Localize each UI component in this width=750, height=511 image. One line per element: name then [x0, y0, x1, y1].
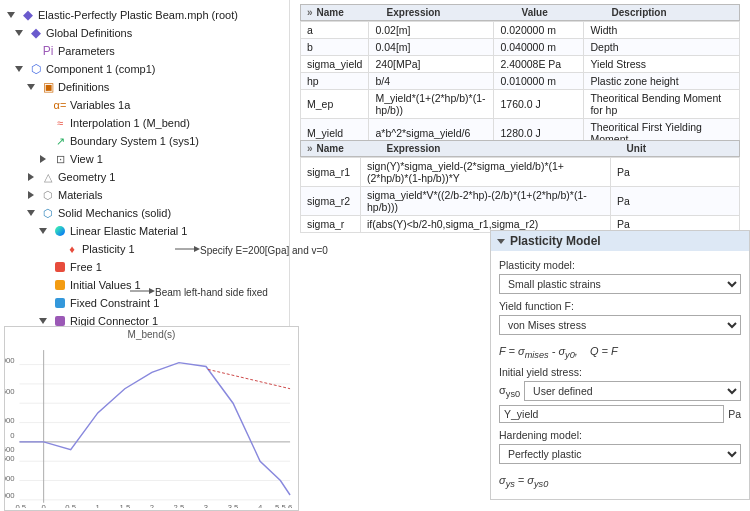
params-cell: sigma_yield [301, 56, 369, 73]
plasticity-model-select[interactable]: Small plastic strains [499, 274, 741, 294]
yield-input-field[interactable] [499, 405, 724, 423]
var-icon: α= [53, 98, 67, 112]
fixed-icon [53, 296, 67, 310]
params-cell: 2.40008E Pa [494, 56, 584, 73]
tree-free1[interactable]: Free 1 [4, 258, 285, 276]
hardening-select[interactable]: Perfectly plastic [499, 444, 741, 464]
tree-root[interactable]: ◆ Elastic-Perfectly Plastic Beam.mph (ro… [4, 6, 285, 24]
params-cell: 0.020000 m [494, 22, 584, 39]
m-bend-curve [19, 363, 290, 495]
params-table-section: » Name Expression Value Description a0.0… [300, 4, 740, 148]
tree-parameters[interactable]: Pi Parameters [4, 42, 285, 60]
yield-function-label: Yield function F: [499, 300, 741, 312]
tree-root-label: Elastic-Perfectly Plastic Beam.mph (root… [38, 7, 238, 23]
tree-materials[interactable]: ⬡ Materials [4, 186, 285, 204]
annot-specify-e: Specify E=200[Gpa] and v=0 [200, 245, 328, 256]
tree-comp1[interactable]: ⬡ Component 1 (comp1) [4, 60, 285, 78]
params-row: sigma_yield240[MPa]2.40008E PaYield Stre… [301, 56, 740, 73]
expr-row: sigma_r2sigma_yield*V*((2/b-2*hp)-(2/b)*… [301, 187, 740, 216]
yield-stress-select[interactable]: User defined [524, 381, 741, 401]
plast-spacer [48, 242, 62, 256]
yield-stress-row: σys0 User defined [499, 381, 741, 401]
params-cell: hp [301, 73, 369, 90]
expand-icon [39, 228, 47, 234]
params-row: b0.04[m]0.040000 mDepth [301, 39, 740, 56]
interp-spacer [36, 116, 50, 130]
svg-text:4: 4 [258, 503, 263, 508]
free-icon [53, 260, 67, 274]
tree-definitions[interactable]: ▣ Definitions [4, 78, 285, 96]
params-cell: Plastic zone height [584, 73, 740, 90]
params-cell: 0.010000 m [494, 73, 584, 90]
solid-icon: ⬡ [41, 206, 55, 220]
params-cell: 0.02[m] [369, 22, 494, 39]
annot-beam-left: Beam left-hand side fixed [155, 287, 268, 298]
param-icon: Pi [41, 44, 55, 58]
tree-view1[interactable]: ⊡ View 1 [4, 150, 285, 168]
svg-text:2000: 2000 [5, 356, 15, 365]
def-label: Definitions [58, 79, 109, 95]
view-icon: ⊡ [53, 152, 67, 166]
panel-title: Plasticity Model [491, 231, 749, 251]
bound-sys-label: Boundary System 1 (sys1) [70, 133, 199, 149]
expr-row: sigma_r1sign(Y)*sigma_yield-(2*sigma_yie… [301, 158, 740, 187]
expr-cell: sigma_r [301, 216, 361, 233]
tree-solid-mech[interactable]: ⬡ Solid Mechanics (solid) [4, 204, 285, 222]
params-cell: Yield Stress [584, 56, 740, 73]
expr-cell: Pa [611, 187, 740, 216]
svg-text:-2000: -2000 [5, 491, 15, 500]
expr-cell: sigma_r2 [301, 187, 361, 216]
svg-text:5.5: 5.5 [275, 503, 286, 508]
panel-expand-icon [497, 239, 505, 244]
yield-sigma-label: σys0 [499, 384, 520, 399]
materials-label: Materials [58, 187, 103, 203]
geo1-label: Geometry 1 [58, 169, 115, 185]
params-cell: M_yield*(1+(2*hp/b)*(1-hp/b)) [369, 90, 494, 119]
graph-title: M_bend(s) [5, 327, 298, 340]
graph-svg: 2000 1500 1000 500 0 -500 -1000 -2000 -0… [5, 340, 292, 508]
tree-lin-elastic[interactable]: Linear Elastic Material 1 [4, 222, 285, 240]
params-header-expr-col: Expression [387, 7, 522, 18]
plasticity-panel: Plasticity Model Plasticity model: Small… [490, 230, 750, 500]
yield-unit-label: Pa [728, 408, 741, 420]
expr-header-expr-col: Expression [387, 143, 627, 154]
tree-var1a[interactable]: α= Variables 1a [4, 96, 285, 114]
expr-cell: sigma_r1 [301, 158, 361, 187]
lin-elastic-label: Linear Elastic Material 1 [70, 223, 187, 239]
expand-icon [28, 173, 34, 181]
tree-interp1[interactable]: ≈ Interpolation 1 (M_bend) [4, 114, 285, 132]
param-label: Parameters [58, 43, 115, 59]
expand-icon [27, 210, 35, 216]
geo-icon: △ [41, 170, 55, 184]
expr-cell: sigma_yield*V*((2/b-2*hp)-(2/b)*(1+(2*hp… [361, 187, 611, 216]
svg-text:-0.5: -0.5 [13, 503, 26, 508]
bound-spacer [36, 134, 50, 148]
tree-geometry1[interactable]: △ Geometry 1 [4, 168, 285, 186]
linmat-icon [53, 224, 67, 238]
mat-icon: ⬡ [41, 188, 55, 202]
expand-icon [39, 318, 47, 324]
tree-bound-sys[interactable]: ↗ Boundary System 1 (sys1) [4, 132, 285, 150]
comp-icon: ⬡ [29, 62, 43, 76]
params-cell: Width [584, 22, 740, 39]
expand-icon [15, 66, 23, 72]
svg-text:1: 1 [96, 503, 100, 508]
params-header-icon: » [307, 7, 313, 18]
params-cell: Depth [584, 39, 740, 56]
fixed-constraint-label: Fixed Constraint 1 [70, 295, 159, 311]
expand-icon [7, 12, 15, 18]
yield-function-select[interactable]: von Mises stress [499, 315, 741, 335]
svg-text:-1000: -1000 [5, 474, 15, 483]
plasticity1-label: Plasticity 1 [82, 241, 135, 257]
params-cell: Theoritical Bending Moment for hp [584, 90, 740, 119]
params-row: hpb/40.010000 mPlastic zone height [301, 73, 740, 90]
svg-text:2: 2 [150, 503, 154, 508]
initial-yield-label: Initial yield stress: [499, 366, 741, 378]
tree-global-def[interactable]: ◆ Global Definitions [4, 24, 285, 42]
expr-header-name-col: Name [317, 143, 387, 154]
param-spacer [24, 44, 38, 58]
solid-mech-label: Solid Mechanics (solid) [58, 205, 171, 221]
params-header-name-col: Name [317, 7, 387, 18]
init-icon [53, 278, 67, 292]
params-table: a0.02[m]0.020000 mWidthb0.04[m]0.040000 … [300, 21, 740, 148]
